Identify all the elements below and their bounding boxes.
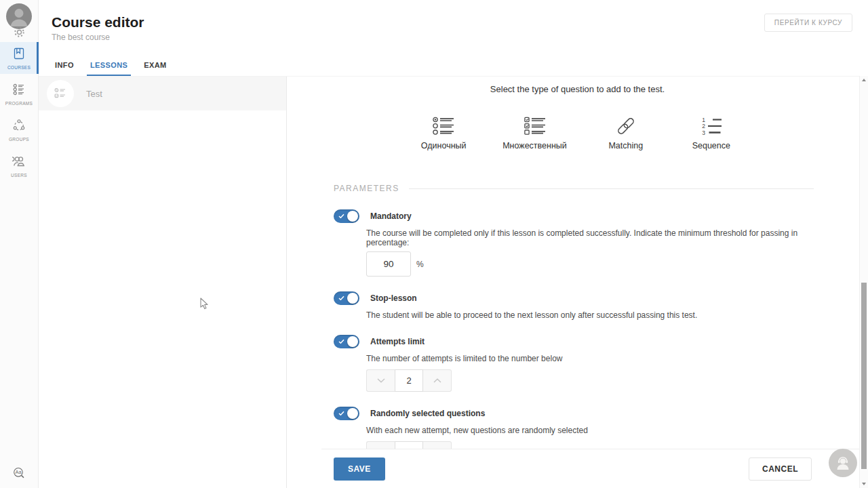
percent-suffix: % bbox=[416, 260, 424, 269]
support-button[interactable] bbox=[829, 449, 857, 477]
person-silhouette-icon bbox=[6, 3, 32, 29]
param-description: The course will be completed only if thi… bbox=[366, 228, 814, 247]
users-icon bbox=[12, 155, 26, 171]
svg-text:2: 2 bbox=[702, 123, 705, 129]
sidebar-item-label: PROGRAMS bbox=[5, 101, 33, 106]
toggle-knob bbox=[347, 336, 358, 347]
parameters-section-header: PARAMETERS bbox=[334, 184, 814, 193]
scroll-up-arrow[interactable] bbox=[862, 79, 866, 81]
sidebar-item-users[interactable]: USERS bbox=[0, 150, 38, 182]
check-icon bbox=[338, 214, 344, 219]
stepper-decrement-button[interactable] bbox=[366, 369, 395, 392]
param-description: The student will be able to proceed to t… bbox=[366, 310, 814, 320]
chain-link-icon bbox=[616, 116, 636, 136]
settings-gear-icon[interactable] bbox=[14, 26, 25, 38]
question-type-multiple[interactable]: Множественный bbox=[502, 116, 567, 150]
check-icon bbox=[338, 411, 344, 416]
cancel-button[interactable]: CANCEL bbox=[749, 458, 812, 481]
param-stop-lesson: Stop-lesson The student will be able to … bbox=[334, 291, 814, 320]
divider bbox=[409, 188, 814, 189]
scrollbar-thumb[interactable] bbox=[861, 283, 867, 469]
question-type-label: Sequence bbox=[692, 141, 730, 150]
question-type-prompt: Select the type of question to add to th… bbox=[287, 77, 868, 94]
scroll-down-arrow[interactable] bbox=[862, 483, 866, 485]
page-subtitle: The best course bbox=[52, 33, 144, 42]
editor-footer: SAVE CANCEL bbox=[321, 449, 868, 488]
language-search-icon[interactable]: Aa bbox=[13, 467, 25, 479]
param-label: Stop-lesson bbox=[370, 293, 417, 303]
chevron-up-icon bbox=[433, 378, 441, 383]
chevron-down-icon bbox=[377, 378, 385, 383]
lesson-title: Test bbox=[86, 89, 102, 99]
quiz-icon bbox=[47, 80, 74, 107]
user-avatar[interactable] bbox=[6, 3, 32, 29]
check-icon bbox=[338, 296, 344, 301]
tab-info[interactable]: INFO bbox=[52, 61, 77, 76]
title-block: Course editor The best course bbox=[52, 14, 144, 42]
lesson-item-test[interactable]: Test bbox=[39, 77, 286, 110]
sidebar-item-label: GROUPS bbox=[9, 137, 29, 142]
check-icon bbox=[338, 339, 344, 344]
param-attempts-limit: Attempts limit The number of attempts is… bbox=[334, 335, 814, 392]
question-type-single[interactable]: Одиночный bbox=[417, 116, 470, 150]
sidebar-item-label: USERS bbox=[11, 173, 27, 178]
page-title: Course editor bbox=[52, 14, 144, 30]
attempts-stepper bbox=[366, 369, 814, 392]
test-editor: Select the type of question to add to th… bbox=[287, 77, 868, 488]
sidebar-item-label: COURSES bbox=[7, 65, 31, 70]
param-description: The number of attempts is limited to the… bbox=[366, 354, 814, 363]
passing-threshold-input[interactable] bbox=[366, 251, 411, 277]
question-type-label: Matching bbox=[608, 141, 643, 150]
go-to-course-button[interactable]: ПЕРЕЙТИ К КУРСУ bbox=[764, 14, 852, 32]
attempts-value-input[interactable] bbox=[395, 369, 423, 392]
support-headset-icon bbox=[834, 454, 852, 472]
stop-lesson-toggle[interactable] bbox=[334, 291, 359, 305]
attempts-limit-toggle[interactable] bbox=[334, 335, 359, 348]
param-description: With each new attempt, new questions are… bbox=[366, 426, 814, 435]
app-area: Course editor The best course ПЕРЕЙТИ К … bbox=[39, 0, 868, 488]
tab-bar: INFO LESSONS EXAM bbox=[47, 61, 175, 76]
numbered-list-icon: 1 2 3 bbox=[700, 116, 723, 136]
toggle-knob bbox=[347, 408, 358, 419]
toggle-knob bbox=[347, 211, 358, 222]
param-mandatory: Mandatory The course will be completed o… bbox=[334, 209, 814, 277]
param-label: Mandatory bbox=[370, 211, 412, 221]
radio-list-icon bbox=[432, 116, 455, 136]
mandatory-toggle[interactable] bbox=[334, 209, 359, 223]
question-type-label: Множественный bbox=[502, 141, 567, 150]
sidebar-nav: COURSES PROGRAMS bbox=[0, 42, 38, 182]
svg-text:Aa: Aa bbox=[15, 469, 22, 475]
program-list-icon bbox=[12, 83, 26, 99]
vertical-scrollbar[interactable] bbox=[859, 76, 868, 488]
course-editor-screen: COURSES PROGRAMS bbox=[0, 0, 868, 488]
tab-lessons[interactable]: LESSONS bbox=[87, 61, 131, 76]
question-type-sequence[interactable]: 1 2 3 Sequence bbox=[685, 116, 738, 150]
tab-exam[interactable]: EXAM bbox=[140, 61, 170, 76]
toggle-knob bbox=[347, 293, 358, 304]
svg-text:3: 3 bbox=[702, 129, 705, 136]
book-icon bbox=[12, 47, 26, 63]
question-type-list: Одиночный Множественный bbox=[287, 116, 868, 150]
sidebar-item-courses[interactable]: COURSES bbox=[0, 42, 38, 74]
app-header: Course editor The best course ПЕРЕЙТИ К … bbox=[39, 0, 868, 76]
parameters-heading: PARAMETERS bbox=[334, 184, 399, 193]
sidebar-item-groups[interactable]: GROUPS bbox=[0, 114, 38, 146]
stepper-increment-button[interactable] bbox=[423, 369, 452, 392]
sidebar-item-programs[interactable]: PROGRAMS bbox=[0, 78, 38, 110]
sidebar: COURSES PROGRAMS bbox=[0, 0, 39, 488]
random-questions-toggle[interactable] bbox=[334, 407, 359, 420]
param-label: Attempts limit bbox=[370, 337, 425, 346]
lessons-panel: Test bbox=[39, 77, 287, 488]
param-label: Randomly selected questions bbox=[370, 409, 485, 418]
question-type-matching[interactable]: Matching bbox=[599, 116, 652, 150]
checkbox-list-icon bbox=[524, 116, 547, 136]
app-body: Test Select the type of question to add … bbox=[39, 76, 868, 488]
question-type-label: Одиночный bbox=[421, 141, 467, 150]
save-button[interactable]: SAVE bbox=[334, 458, 385, 481]
groups-cycle-icon bbox=[12, 119, 26, 135]
